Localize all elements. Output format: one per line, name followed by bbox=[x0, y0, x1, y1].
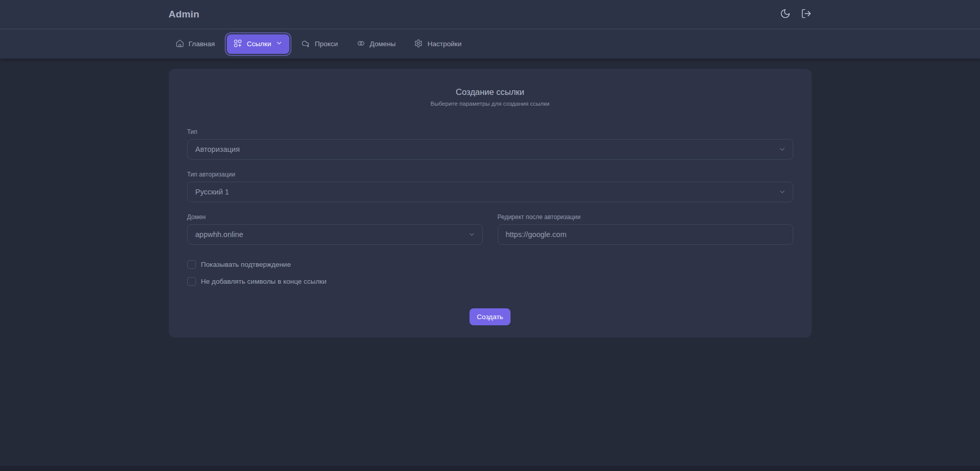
chevron-down-icon bbox=[276, 40, 283, 48]
type-select-value: Авторизация bbox=[195, 145, 240, 153]
main-nav: Главная Ссылки bbox=[0, 29, 980, 58]
redirect-input-wrap bbox=[498, 224, 793, 245]
create-button[interactable]: Создать bbox=[469, 308, 510, 325]
no-symbols-checkbox-row[interactable]: Не добавлять символы в конце ссылки bbox=[187, 277, 793, 286]
card-title: Создание ссылки bbox=[187, 87, 793, 97]
nav-label: Домены bbox=[370, 40, 396, 48]
no-symbols-checkbox-label: Не добавлять символы в конце ссылки bbox=[201, 278, 327, 285]
domain-select[interactable]: appwhh.online bbox=[187, 224, 483, 245]
domain-redirect-row: Домен appwhh.online Редирект после автор… bbox=[187, 213, 793, 245]
chevron-down-icon bbox=[778, 146, 786, 153]
confirmation-checkbox-label: Показывать подтверждение bbox=[201, 261, 291, 268]
gear-icon bbox=[414, 39, 423, 49]
confirmation-checkbox[interactable] bbox=[187, 260, 196, 269]
auth-type-select-value: Русский 1 bbox=[195, 188, 229, 196]
field-type: Тип Авторизация bbox=[187, 128, 793, 160]
nav-item-domains[interactable]: Домены bbox=[350, 34, 403, 54]
cloud-icon bbox=[301, 39, 310, 49]
redirect-input[interactable] bbox=[506, 225, 785, 244]
nav-label: Настройки bbox=[427, 40, 461, 48]
main-content: Создание ссылки Выберите параметры для с… bbox=[0, 58, 980, 338]
nav-item-home[interactable]: Главная bbox=[169, 34, 222, 54]
create-link-card: Создание ссылки Выберите параметры для с… bbox=[169, 69, 812, 338]
nav-label: Ссылки bbox=[247, 40, 271, 48]
no-symbols-checkbox[interactable] bbox=[187, 277, 196, 286]
nav-item-links[interactable]: Ссылки bbox=[227, 34, 290, 54]
confirmation-checkbox-row[interactable]: Показывать подтверждение bbox=[187, 260, 793, 269]
auth-type-select[interactable]: Русский 1 bbox=[187, 182, 793, 202]
field-type-label: Тип bbox=[187, 128, 793, 135]
theme-toggle-button[interactable] bbox=[780, 8, 791, 21]
app-title: Admin bbox=[169, 9, 200, 20]
grid-plus-icon bbox=[233, 39, 242, 49]
topbar-actions bbox=[780, 8, 812, 21]
moon-icon bbox=[780, 8, 791, 21]
link-circles-icon bbox=[357, 39, 365, 49]
domain-select-value: appwhh.online bbox=[195, 230, 244, 239]
nav-item-proxy[interactable]: Прокси bbox=[295, 34, 344, 54]
field-redirect: Редирект после авторизации bbox=[498, 213, 793, 245]
card-subtitle: Выберите параметры для создания ссылки bbox=[187, 101, 793, 107]
logout-icon bbox=[801, 8, 812, 21]
top-bar: Admin bbox=[0, 0, 980, 29]
submit-row: Создать bbox=[187, 308, 793, 331]
nav-item-settings[interactable]: Настройки bbox=[407, 34, 468, 54]
nav-label: Главная bbox=[189, 40, 215, 48]
field-auth-type: Тип авторизации Русский 1 bbox=[187, 171, 793, 202]
type-select[interactable]: Авторизация bbox=[187, 139, 793, 160]
field-redirect-label: Редирект после авторизации bbox=[498, 213, 793, 221]
chevron-down-icon bbox=[778, 188, 786, 196]
home-icon bbox=[175, 39, 184, 49]
field-domain: Домен appwhh.online bbox=[187, 213, 483, 245]
field-auth-type-label: Тип авторизации bbox=[187, 171, 793, 178]
chevron-down-icon bbox=[468, 231, 476, 239]
nav-label: Прокси bbox=[315, 40, 338, 48]
field-domain-label: Домен bbox=[187, 213, 483, 221]
logout-button[interactable] bbox=[801, 8, 812, 21]
horizontal-scrollbar[interactable] bbox=[0, 466, 980, 471]
